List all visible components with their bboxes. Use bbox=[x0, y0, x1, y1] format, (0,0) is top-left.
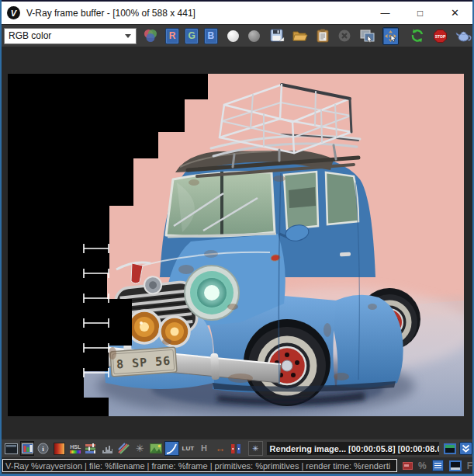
main-toolbar: RGB color R G B bbox=[2, 24, 472, 47]
duplicate-to-host-button[interactable] bbox=[359, 28, 376, 44]
load-image-button[interactable] bbox=[292, 28, 308, 44]
render-image[interactable]: 8 SP 56 bbox=[8, 74, 464, 416]
log-button[interactable] bbox=[432, 460, 444, 471]
history-window-icon[interactable] bbox=[444, 443, 456, 454]
stamp-position-button[interactable] bbox=[449, 460, 462, 471]
gray-swatch-button[interactable] bbox=[248, 28, 260, 44]
corrections-toolbar: i HSL ✳ bbox=[2, 439, 472, 457]
background-image-button[interactable] bbox=[149, 441, 164, 456]
maximize-button[interactable]: □ bbox=[403, 2, 438, 24]
vray-logo-icon: V bbox=[7, 6, 20, 19]
white-swatch-button[interactable] bbox=[227, 28, 239, 44]
license-plate: 8 SP 56 bbox=[110, 347, 177, 377]
render-teapot-button[interactable] bbox=[455, 28, 472, 44]
region-render-button[interactable]: ✳ bbox=[248, 441, 263, 456]
hsl-button[interactable]: HSL bbox=[68, 441, 83, 456]
hsl-label: HSL bbox=[70, 444, 81, 450]
stamp-text: V-Ray %vrayversion | file: %filename | f… bbox=[5, 461, 390, 471]
curve-correction-button[interactable] bbox=[164, 441, 179, 456]
icc-button[interactable]: H bbox=[197, 441, 212, 456]
color-sliders-button[interactable] bbox=[85, 441, 99, 456]
track-mouse-button[interactable] bbox=[382, 27, 399, 45]
double-chevron-down-icon bbox=[461, 443, 471, 453]
stamp-toggle-button[interactable] bbox=[403, 462, 413, 470]
green-channel-button[interactable]: G bbox=[185, 28, 199, 44]
curve-channels-button[interactable] bbox=[116, 441, 131, 456]
gradient-ramp-button[interactable] bbox=[52, 441, 67, 456]
window-title: V-Ray frame buffer - [100% of 588 x 441] bbox=[26, 8, 195, 19]
histogram-button[interactable] bbox=[100, 441, 115, 456]
percent-toggle-button[interactable]: % bbox=[418, 460, 427, 471]
pinwheel-icon[interactable]: ✳ bbox=[133, 441, 147, 456]
vray-frame-buffer-window: V V-Ray frame buffer - [100% of 588 x 44… bbox=[0, 0, 474, 476]
stamp-statusbar: V-Ray %vrayversion | file: %filename | f… bbox=[2, 457, 472, 474]
levels-button[interactable] bbox=[229, 441, 244, 456]
window-controls: — □ ✕ bbox=[368, 2, 472, 24]
fullsize-toggle[interactable]: F bbox=[467, 460, 472, 471]
render-progress-text: Rendering image... [00:00:05.8] [00:00:0… bbox=[270, 442, 440, 455]
h-label: H bbox=[201, 444, 207, 453]
window-border-left bbox=[0, 0, 2, 476]
channel-dropdown[interactable]: RGB color bbox=[4, 28, 137, 44]
clear-image-button[interactable] bbox=[337, 28, 351, 44]
percent-label: % bbox=[418, 460, 427, 471]
render-last-refresh-button[interactable] bbox=[410, 28, 425, 44]
copy-clipboard-button[interactable] bbox=[316, 28, 330, 44]
chevron-down-icon bbox=[125, 34, 131, 38]
title-bar[interactable]: V V-Ray frame buffer - [100% of 588 x 44… bbox=[2, 2, 472, 24]
minimize-button[interactable]: — bbox=[368, 2, 403, 24]
render-viewport: 8 SP 56 bbox=[2, 47, 472, 439]
rgb-venn-icon[interactable] bbox=[143, 28, 158, 44]
stop-render-button[interactable]: STOP bbox=[433, 28, 448, 44]
close-button[interactable]: ✕ bbox=[438, 2, 472, 24]
channel-dropdown-value: RGB color bbox=[5, 30, 125, 41]
green-channel-label: G bbox=[188, 30, 195, 41]
vfb-channels-button[interactable] bbox=[20, 441, 35, 456]
stop-label: STOP bbox=[435, 33, 446, 38]
info-button[interactable]: i bbox=[36, 441, 50, 456]
save-image-button[interactable] bbox=[269, 28, 285, 44]
f-label: F bbox=[467, 460, 472, 471]
red-channel-button[interactable]: R bbox=[165, 28, 179, 44]
exposure-arrows-button[interactable]: ↔ bbox=[213, 441, 227, 456]
red-channel-label: R bbox=[169, 30, 176, 41]
stamp-text-input[interactable]: V-Ray %vrayversion | file: %filename | f… bbox=[2, 459, 397, 472]
blue-channel-button[interactable]: B bbox=[204, 28, 218, 44]
lut-label: LUT bbox=[182, 446, 195, 452]
render-progress-bar: Rendering image... [00:00:05.8] [00:00:0… bbox=[267, 442, 440, 455]
headlight bbox=[185, 266, 239, 320]
lut-button[interactable]: LUT bbox=[181, 441, 195, 456]
blue-channel-label: B bbox=[208, 30, 215, 41]
display-window-icon[interactable] bbox=[4, 441, 19, 456]
collapse-toolbar-button[interactable] bbox=[459, 442, 472, 455]
